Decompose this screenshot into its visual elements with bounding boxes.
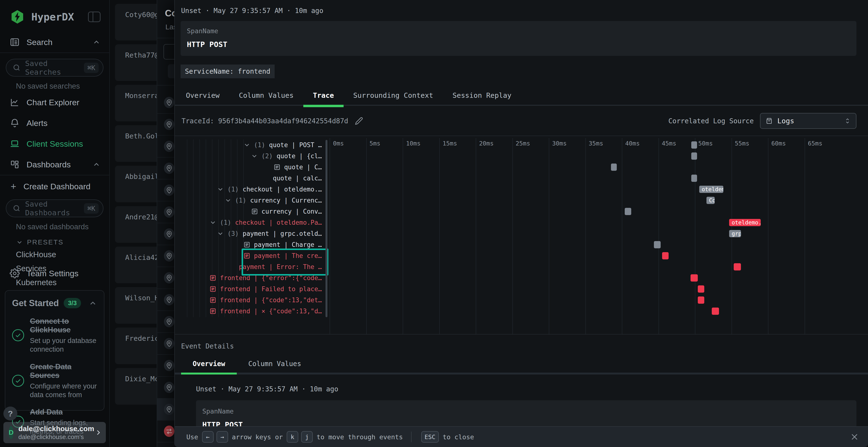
span-bar[interactable] xyxy=(662,252,669,260)
map-pin-icon xyxy=(164,382,174,393)
session-event-row[interactable] xyxy=(157,158,174,179)
session-event-row[interactable] xyxy=(157,179,174,201)
user-menu[interactable]: D dale@clickhouse.com dale@clickhouse.co… xyxy=(3,422,106,443)
chart-line-icon xyxy=(10,97,20,107)
get-started-item[interactable]: Create Data SourcesConfigure where your … xyxy=(12,363,97,399)
event-details-tab-overview[interactable]: Overview xyxy=(181,356,237,373)
tree-chevron-icon[interactable] xyxy=(251,152,258,160)
span-bar[interactable]: oteldemo. xyxy=(729,219,761,226)
tree-chevron-icon[interactable] xyxy=(217,230,224,237)
create-dashboard-button[interactable]: + Create Dashboard xyxy=(0,175,109,194)
session-event-row[interactable] xyxy=(157,92,174,114)
tree-chevron-icon[interactable] xyxy=(209,219,217,226)
span-bar[interactable] xyxy=(734,263,741,271)
span-bar[interactable] xyxy=(691,175,697,182)
map-pin-icon xyxy=(164,250,174,262)
session-event-row[interactable] xyxy=(157,223,174,245)
trace-tree-row[interactable]: (3)payment | grpc.oteld… xyxy=(175,228,329,239)
trace-tree-row[interactable]: (1)currency | Currenc… xyxy=(175,195,329,206)
chevron-up-icon xyxy=(92,38,100,46)
sidebar-item-chart-explorer[interactable]: Chart Explorer xyxy=(0,92,109,113)
trace-tree-row[interactable]: frontend | {"code":13,"det… xyxy=(175,295,329,306)
span-bar[interactable]: grpc xyxy=(729,230,741,237)
divider xyxy=(157,38,174,38)
span-bar[interactable] xyxy=(698,297,704,304)
span-bar[interactable] xyxy=(712,308,719,315)
preset-dashboard-clickhouse[interactable]: ClickHouse xyxy=(16,248,109,262)
tab-surrounding-context[interactable]: Surrounding Context xyxy=(344,88,443,105)
trace-row-label: payment | Charge … xyxy=(254,241,322,248)
span-bar[interactable] xyxy=(698,285,704,293)
tree-chevron-icon[interactable] xyxy=(217,186,224,193)
axis-tick-label: 5ms xyxy=(370,140,380,147)
trace-tree-row[interactable]: quote | calc… xyxy=(175,173,329,184)
tab-session-replay[interactable]: Session Replay xyxy=(443,88,521,105)
session-event-row[interactable] xyxy=(157,267,174,289)
tree-chevron-icon[interactable] xyxy=(243,141,250,148)
chevron-up-icon[interactable] xyxy=(89,299,97,308)
session-event-row[interactable] xyxy=(157,289,174,311)
session-event-row[interactable] xyxy=(157,399,174,420)
span-bar[interactable] xyxy=(691,141,697,148)
span-bar[interactable]: Co xyxy=(707,197,714,204)
session-event-row[interactable] xyxy=(157,311,174,333)
tree-scrollbar[interactable] xyxy=(326,140,328,317)
span-bar[interactable] xyxy=(611,164,617,171)
axis-tick-label: 30ms xyxy=(552,140,567,147)
session-event-row[interactable] xyxy=(157,333,174,355)
session-event-row[interactable] xyxy=(157,355,174,377)
get-started-title: Get Started xyxy=(12,298,59,308)
close-icon[interactable] xyxy=(850,433,859,441)
session-event-row-error[interactable] xyxy=(157,420,174,442)
sidebar-item-search[interactable]: Search xyxy=(0,32,109,53)
service-name-tag[interactable]: ServiceName: frontend xyxy=(181,65,275,78)
session-event-row-error[interactable] xyxy=(157,442,174,447)
span-bar[interactable] xyxy=(691,152,697,160)
span-bar[interactable] xyxy=(690,274,698,281)
saved-searches-placeholder: Saved Searches xyxy=(25,59,84,76)
span-bar[interactable] xyxy=(625,208,631,215)
trace-tree-row[interactable]: quote | C… xyxy=(175,162,329,173)
hyperdx-logo-icon xyxy=(10,9,25,25)
map-pin-icon xyxy=(164,360,174,371)
get-started-item[interactable]: Connect to ClickHouseSet up your databas… xyxy=(12,317,97,354)
tab-trace[interactable]: Trace xyxy=(303,88,344,105)
check-circle-icon xyxy=(12,375,24,387)
trace-tree-row[interactable]: (1)quote | POST … xyxy=(175,139,329,150)
span-bar[interactable] xyxy=(654,241,660,248)
trace-tree-row[interactable]: frontend | × {"code":13,"d… xyxy=(175,306,329,317)
session-filter-button[interactable]: I xyxy=(168,64,174,78)
sidebar-item-team-settings[interactable]: Team Settings xyxy=(0,263,109,284)
get-started-item-title: Create Data Sources xyxy=(30,363,97,380)
saved-searches-input[interactable]: Saved Searches ⌘K xyxy=(6,59,103,77)
tab-column-values[interactable]: Column Values xyxy=(229,88,303,105)
trace-tree-row[interactable]: (1)checkout | oteldemo.Pa… xyxy=(175,217,329,228)
trace-tree-row[interactable]: (2)quote | {cl… xyxy=(175,150,329,162)
saved-dashboards-placeholder: Saved Dashboards xyxy=(25,200,84,217)
sidebar-item-alerts[interactable]: Alerts xyxy=(0,113,109,133)
session-event-row[interactable] xyxy=(157,136,174,158)
tree-chevron-icon[interactable] xyxy=(224,197,232,204)
presets-toggle[interactable]: PRESETS xyxy=(16,238,109,246)
trace-row-label: payment | grpc.oteld… xyxy=(243,230,322,237)
divider xyxy=(0,53,109,53)
saved-dashboards-input[interactable]: Saved Dashboards ⌘K xyxy=(6,199,103,217)
sidebar-item-label: Search xyxy=(27,38,92,47)
session-event-row[interactable] xyxy=(157,114,174,136)
sidebar-item-client-sessions[interactable]: Client Sessions xyxy=(0,133,109,154)
help-button[interactable]: ? xyxy=(3,407,18,420)
trace-tree-row[interactable]: frontend | Failed to place… xyxy=(175,283,329,295)
collapse-sidebar-icon[interactable] xyxy=(88,11,100,22)
session-event-row[interactable] xyxy=(157,245,174,267)
trace-tree-row[interactable]: (1)checkout | oteldemo.… xyxy=(175,184,329,195)
tab-overview[interactable]: Overview xyxy=(181,88,229,105)
edit-pencil-icon[interactable] xyxy=(355,117,363,125)
span-bar[interactable]: oteldemo. xyxy=(699,186,723,193)
session-search-input[interactable]: Sea xyxy=(163,44,174,60)
trace-tree-row[interactable]: currency | Conv… xyxy=(175,206,329,217)
session-event-row[interactable] xyxy=(157,377,174,399)
event-details-tab-column-values[interactable]: Column Values xyxy=(237,356,313,373)
log-source-select[interactable]: Logs xyxy=(760,113,857,129)
sidebar-item-dashboards[interactable]: Dashboards xyxy=(0,154,109,175)
session-event-row[interactable] xyxy=(157,201,174,223)
